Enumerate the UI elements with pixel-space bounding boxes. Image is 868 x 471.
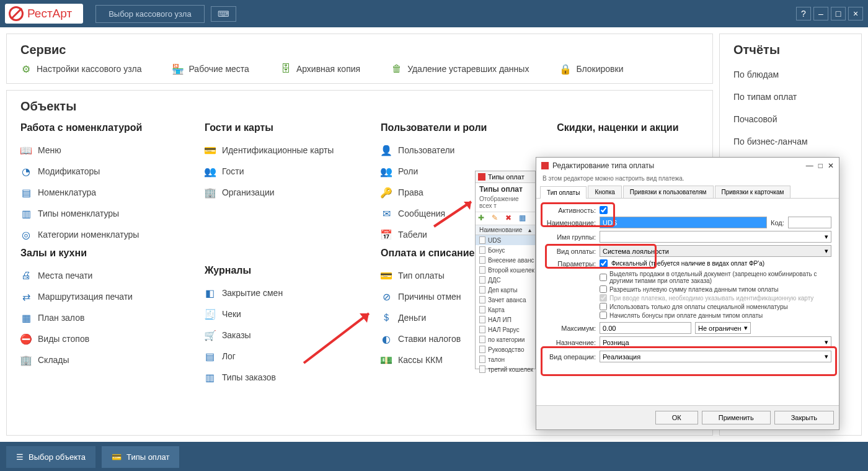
col-nomenclature: Работа с номенклатурой 📖Меню ◔Модификато… — [20, 120, 186, 388]
link-print-routing[interactable]: ⇄Маршрутизация печати — [20, 286, 186, 307]
payment-kind-select[interactable]: Система лояльности▾ — [600, 245, 831, 257]
link-checks[interactable]: 🧾Чеки — [205, 303, 362, 325]
name-input[interactable] — [600, 217, 767, 228]
list-item[interactable]: Руководство — [476, 344, 535, 354]
report-payment-types[interactable]: По типам оплат — [733, 86, 848, 108]
accrue-bonus-checkbox[interactable] — [600, 312, 607, 319]
menu-icon: ☰ — [16, 452, 24, 462]
purpose-select[interactable]: Розница▾ — [600, 336, 831, 348]
doc-icon — [479, 266, 485, 274]
reports-heading: Отчёты — [733, 43, 848, 57]
apply-button[interactable]: Применить — [702, 411, 771, 424]
dialog-close-icon[interactable]: ✕ — [828, 161, 834, 170]
svc-archive[interactable]: 🗄Архивная копия — [280, 63, 360, 74]
titlebar: РестАрт Выбор кассового узла ⌨ ? – □ × — [0, 0, 868, 27]
link-menu[interactable]: 📖Меню — [20, 140, 186, 161]
list-item[interactable]: UDS — [476, 235, 535, 245]
svc-workplaces[interactable]: 🏪Рабочие места — [172, 63, 249, 74]
ok-button[interactable]: ОК — [655, 411, 698, 424]
list-item[interactable]: Второй кошелек — [476, 265, 535, 275]
separate-doc-checkbox[interactable] — [600, 274, 607, 281]
help-button[interactable]: ? — [796, 7, 811, 20]
keyboard-button[interactable]: ⌨ — [211, 6, 236, 22]
link-nomenclature[interactable]: ▤Номенклатура — [20, 182, 186, 203]
org-icon: 🏢 — [205, 187, 216, 198]
label-params: Параметры: — [544, 260, 596, 267]
tab-payment-type[interactable]: Тип оплаты — [540, 186, 587, 199]
svc-locks[interactable]: 🔒Блокировки — [560, 63, 623, 74]
link-nom-types[interactable]: ▥Типы номенклатуры — [20, 203, 186, 224]
list-header[interactable]: Наименование▴ — [476, 225, 535, 235]
h-nomenclature: Работа с номенклатурой — [20, 122, 186, 133]
list-item[interactable]: НАЛ Рарус — [476, 325, 535, 334]
list-item[interactable]: Зачет аванса — [476, 295, 535, 305]
dialog-maximize-icon[interactable]: □ — [818, 161, 823, 170]
svc-cleanup[interactable]: 🗑Удаление устаревших данных — [391, 63, 529, 74]
report-business[interactable]: По бизнес-ланчам — [733, 130, 848, 153]
link-order-types[interactable]: ▥Типы заказов — [205, 367, 362, 388]
select-object-button[interactable]: ☰Выбор объекта — [6, 446, 95, 468]
link-orgs[interactable]: 🏢Организации — [205, 182, 362, 203]
link-nom-categories[interactable]: ◎Категории номенклатуры — [20, 224, 186, 245]
h-halls: Залы и кухни — [20, 248, 186, 259]
label-payment-kind: Вид оплаты: — [544, 248, 596, 255]
list-item[interactable]: ДДС — [476, 275, 535, 285]
select-register-button[interactable]: Выбор кассового узла — [95, 5, 205, 23]
link-print-places[interactable]: 🖨Места печати — [20, 265, 186, 286]
report-hourly[interactable]: Почасовой — [733, 108, 848, 130]
maximize-button[interactable]: □ — [831, 7, 846, 20]
link-guests[interactable]: 👥Гости — [205, 161, 362, 182]
dialog-minimize-icon[interactable]: — — [806, 161, 813, 170]
label-purpose: Назначение: — [544, 339, 596, 346]
tab-button[interactable]: Кнопка — [588, 186, 621, 198]
code-input[interactable] — [788, 217, 831, 228]
activity-checkbox[interactable] — [600, 206, 608, 214]
payment-types-tab[interactable]: 💳Типы оплат — [102, 446, 179, 468]
link-stop-types[interactable]: ⛔Виды стопов — [20, 328, 186, 349]
fiscal-checkbox[interactable] — [600, 259, 608, 267]
group-select[interactable]: ▾ — [600, 231, 831, 243]
label-operation-kind: Вид операции: — [544, 353, 596, 361]
payment-types-panel: Типы оплат Типы оплат Отображение всех т… — [475, 171, 536, 369]
link-shift-close[interactable]: ◧Закрытие смен — [205, 282, 362, 303]
link-log[interactable]: ▤Лог — [205, 346, 362, 367]
add-icon[interactable]: ✚ — [478, 213, 488, 223]
max-limit-select[interactable]: Не ограничен▾ — [695, 322, 751, 334]
delete-icon[interactable]: ✖ — [505, 213, 515, 223]
list-item[interactable]: Бонус — [476, 245, 535, 255]
svc-settings[interactable]: ⚙Настройки кассового узла — [20, 63, 141, 74]
link-warehouses[interactable]: 🏢Склады — [20, 349, 186, 370]
list-item[interactable]: талон — [476, 354, 535, 364]
report-dishes[interactable]: По блюдам — [733, 63, 848, 86]
role-icon: 👥 — [381, 166, 392, 177]
list-item[interactable]: третий кошелек — [476, 364, 535, 374]
list-item[interactable]: Карта — [476, 305, 535, 315]
link-hall-plan[interactable]: ▦План залов — [20, 307, 186, 328]
list-item[interactable]: НАЛ ИП — [476, 315, 535, 325]
view-icon[interactable]: ▦ — [519, 213, 529, 223]
dialog-footer: ОК Применить Закрыть — [536, 405, 839, 429]
list-item[interactable]: по категории — [476, 334, 535, 344]
link-modifiers[interactable]: ◔Модификаторы — [20, 161, 186, 182]
link-orders[interactable]: 🛒Заказы — [205, 325, 362, 346]
close-dialog-button[interactable]: Закрыть — [774, 411, 834, 424]
maximum-input[interactable] — [600, 322, 691, 334]
chevron-down-icon: ▾ — [825, 352, 828, 361]
list-item[interactable]: Внесение аванс н — [476, 255, 535, 265]
tab-card-bindings[interactable]: Привязки к карточкам — [715, 186, 791, 198]
close-button[interactable]: × — [848, 7, 863, 20]
allow-zero-checkbox[interactable] — [600, 285, 607, 293]
special-only-checkbox[interactable] — [600, 303, 607, 310]
link-id-cards[interactable]: 💳Идентификационные карты — [205, 140, 362, 161]
minimize-button[interactable]: – — [813, 7, 828, 20]
edit-icon[interactable]: ✎ — [492, 213, 502, 223]
list-item[interactable]: Деп карты — [476, 285, 535, 295]
tab-user-bindings[interactable]: Привязки к пользователям — [623, 186, 714, 198]
operation-kind-select[interactable]: Реализация▾ — [600, 351, 831, 362]
label-group: Имя группы: — [544, 233, 596, 241]
chevron-down-icon: ▾ — [825, 233, 828, 241]
link-users[interactable]: 👤Пользователи — [381, 140, 538, 161]
desk-icon: 🏪 — [172, 63, 184, 74]
mail-icon: ✉ — [381, 208, 392, 219]
app-dot-icon — [541, 162, 549, 169]
